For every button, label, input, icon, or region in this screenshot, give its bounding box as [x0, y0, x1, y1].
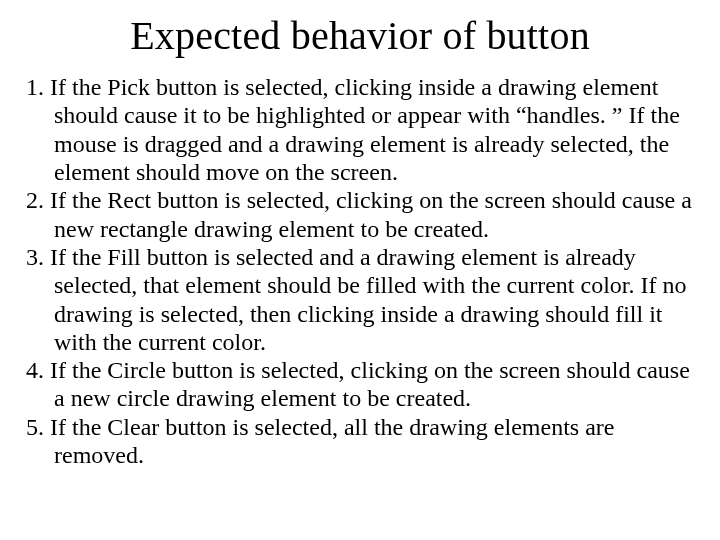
page-title: Expected behavior of button: [14, 12, 706, 59]
list-item: If the Circle button is selected, clicki…: [14, 356, 706, 413]
list-item: If the Rect button is selected, clicking…: [14, 186, 706, 243]
list-item: If the Fill button is selected and a dra…: [14, 243, 706, 356]
slide: Expected behavior of button If the Pick …: [0, 0, 720, 540]
list-item: If the Clear button is selected, all the…: [14, 413, 706, 470]
behavior-list: If the Pick button is selected, clicking…: [14, 73, 706, 469]
list-item: If the Pick button is selected, clicking…: [14, 73, 706, 186]
